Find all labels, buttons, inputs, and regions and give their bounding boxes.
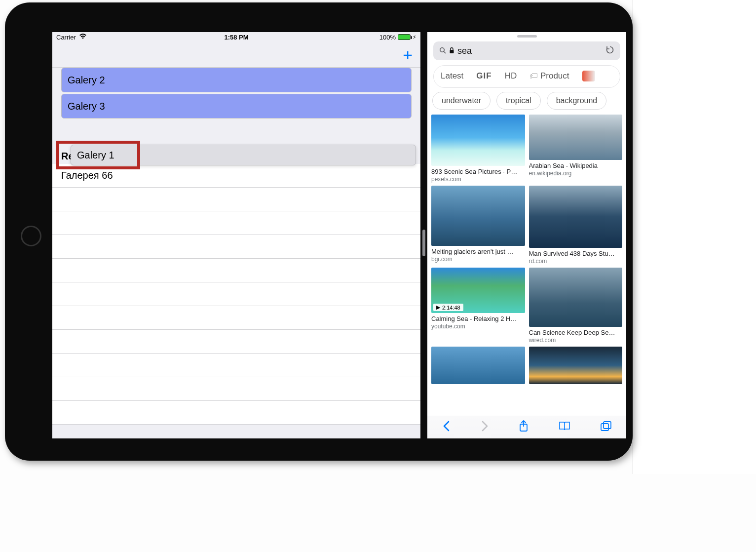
safari-pane: sea Latest GIF HD 🏷 Product underwa: [427, 32, 626, 438]
result-source: en.wikipedia.org: [529, 170, 623, 177]
charging-icon: ⚡︎: [413, 34, 416, 40]
video-duration-label: 2:14:48: [442, 305, 460, 311]
recently-deleted-row[interactable]: Галерея 66: [52, 164, 420, 188]
split-view-handle-icon[interactable]: [422, 230, 425, 256]
background-window-right: [633, 0, 756, 474]
suggestion-chip-row: underwater tropical background: [427, 92, 626, 115]
image-result[interactable]: Arabian Sea - Wikipedia en.wikipedia.org: [529, 115, 623, 183]
image-search-filter-bar: Latest GIF HD 🏷 Product: [433, 65, 620, 88]
suggestion-chip[interactable]: underwater: [432, 92, 491, 110]
svg-rect-6: [604, 422, 611, 429]
filter-latest[interactable]: Latest: [441, 71, 463, 81]
image-result[interactable]: Melting glaciers aren't just … bgr.com: [431, 186, 525, 265]
result-thumbnail[interactable]: [431, 186, 525, 246]
result-source: pexels.com: [431, 176, 525, 183]
status-bar: Carrier 1:58 PM 100% ⚡︎: [52, 32, 420, 42]
share-button[interactable]: [518, 420, 529, 435]
filter-product[interactable]: 🏷 Product: [529, 71, 569, 81]
result-title: Calming Sea - Relaxing 2 H…: [431, 315, 525, 322]
image-result[interactable]: [529, 347, 623, 384]
ipad-device-frame: Carrier 1:58 PM 100% ⚡︎ + Galery 2: [5, 2, 633, 461]
result-title: Can Science Keep Deep Se…: [529, 329, 623, 336]
result-title: Man Survived 438 Days Stu…: [529, 250, 623, 257]
result-title: Arabian Sea - Wikipedia: [529, 162, 623, 169]
result-source: wired.com: [529, 337, 623, 344]
add-button[interactable]: +: [403, 46, 413, 63]
image-result[interactable]: ▶ 2:14:48 Calming Sea - Relaxing 2 H… yo…: [431, 268, 525, 344]
result-thumbnail[interactable]: ▶ 2:14:48: [431, 268, 525, 313]
gallery-app-pane: Carrier 1:58 PM 100% ⚡︎ + Galery 2: [52, 32, 420, 438]
bookmarks-button[interactable]: [558, 421, 571, 434]
url-text-label: sea: [457, 46, 472, 56]
safari-toolbar: [427, 416, 626, 438]
image-result[interactable]: Can Science Keep Deep Se… wired.com: [529, 268, 623, 344]
url-bar[interactable]: sea: [433, 41, 620, 60]
empty-row: [52, 330, 420, 354]
search-icon: [439, 46, 446, 56]
suggestion-chip[interactable]: tropical: [496, 92, 541, 110]
gallery-row[interactable]: Galery 3: [61, 94, 412, 118]
svg-rect-5: [601, 424, 608, 431]
empty-row: [52, 354, 420, 377]
result-thumbnail[interactable]: [529, 347, 623, 384]
navigation-bar: +: [52, 42, 420, 68]
lock-icon: [449, 46, 454, 56]
result-source: bgr.com: [431, 256, 525, 263]
home-button[interactable]: [21, 226, 41, 246]
svg-point-0: [440, 47, 444, 51]
gallery-table[interactable]: Galery 2 Galery 3 Recently Deleted Галер…: [52, 68, 420, 438]
gallery-row-label: Galery 2: [68, 75, 105, 86]
svg-line-1: [444, 51, 446, 53]
reload-button[interactable]: [605, 45, 614, 57]
result-title: 893 Scenic Sea Pictures · P…: [431, 168, 525, 175]
image-result[interactable]: 893 Scenic Sea Pictures · P… pexels.com: [431, 115, 525, 183]
filter-gif[interactable]: GIF: [476, 71, 491, 81]
empty-row: [52, 377, 420, 401]
forward-button: [480, 420, 489, 435]
tag-icon: 🏷: [529, 71, 538, 80]
empty-row: [52, 259, 420, 282]
gallery-row-label: Galery 1: [77, 150, 114, 161]
filter-color-swatch[interactable]: [582, 71, 595, 81]
tabs-button[interactable]: [600, 421, 612, 434]
suggestion-chip[interactable]: background: [547, 92, 607, 110]
empty-row: [52, 211, 420, 235]
empty-row: [52, 306, 420, 330]
recently-deleted-row-label: Галерея 66: [61, 170, 113, 181]
filter-product-label: Product: [540, 71, 569, 80]
gallery-row[interactable]: Galery 2: [61, 68, 412, 92]
split-view-divider[interactable]: [420, 32, 427, 438]
result-thumbnail[interactable]: [529, 186, 623, 248]
empty-row: [52, 401, 420, 425]
wifi-icon: [79, 34, 87, 41]
result-source: youtube.com: [431, 323, 525, 330]
gallery-row-label: Galery 3: [68, 101, 105, 112]
result-thumbnail[interactable]: [529, 268, 623, 327]
ipad-screen: Carrier 1:58 PM 100% ⚡︎ + Galery 2: [52, 32, 626, 438]
back-button[interactable]: [442, 420, 451, 435]
gallery-row-dragging[interactable]: Galery 1: [71, 145, 416, 165]
filter-hd[interactable]: HD: [505, 71, 517, 81]
image-results-grid[interactable]: 893 Scenic Sea Pictures · P… pexels.com …: [427, 115, 626, 416]
battery-icon: [398, 34, 411, 40]
carrier-label: Carrier: [56, 34, 76, 41]
image-result[interactable]: [431, 347, 525, 384]
empty-row: [52, 282, 420, 306]
result-source: rd.com: [529, 258, 623, 265]
empty-row: [52, 235, 420, 259]
result-thumbnail[interactable]: [431, 115, 525, 166]
result-thumbnail[interactable]: [431, 347, 525, 384]
image-result[interactable]: Man Survived 438 Days Stu… rd.com: [529, 186, 623, 265]
result-thumbnail[interactable]: [529, 115, 623, 160]
clock-label: 1:58 PM: [176, 34, 296, 41]
battery-percent-label: 100%: [379, 34, 396, 41]
video-duration-badge: ▶ 2:14:48: [433, 304, 463, 311]
result-title: Melting glaciers aren't just …: [431, 248, 525, 255]
empty-row: [52, 188, 420, 211]
svg-rect-2: [450, 50, 454, 53]
